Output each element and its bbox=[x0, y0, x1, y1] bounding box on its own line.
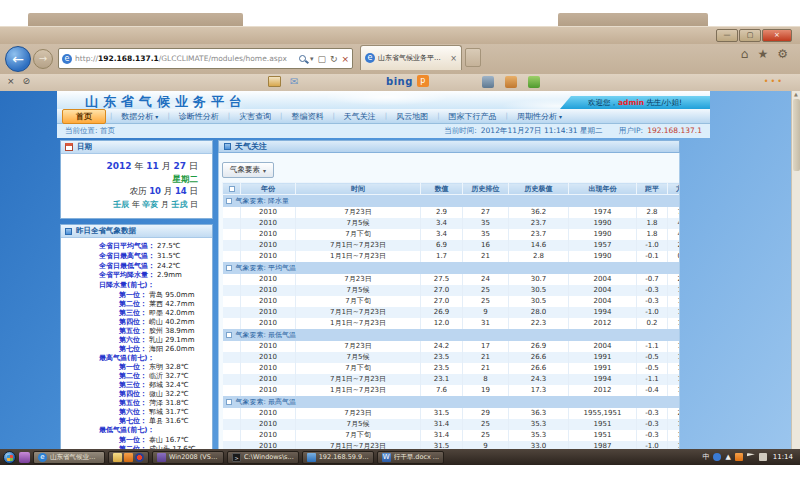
stat-label: 全省日平均气温： bbox=[63, 242, 155, 252]
stat-value: 2.9mm bbox=[157, 271, 182, 281]
nav-item-8[interactable]: 国家下行产品 bbox=[440, 111, 506, 122]
table-group-row: 气象要素: 最高气温 bbox=[223, 396, 681, 408]
antivirus-icon[interactable] bbox=[735, 453, 743, 461]
mail-icon[interactable]: ✉ bbox=[290, 76, 298, 87]
taskbar-window-vs[interactable]: Win2008 (VS2... bbox=[152, 451, 224, 464]
taskbar-window-remote[interactable]: 192.168.59.99... bbox=[302, 451, 374, 464]
table-cell: 7月1日~7月23日 bbox=[296, 240, 421, 251]
tab-close-icon[interactable]: × bbox=[450, 54, 457, 63]
table-cell: 2010 bbox=[241, 240, 296, 251]
more-options-dots-icon[interactable]: ••• bbox=[764, 77, 784, 86]
search-dropdown-icon[interactable]: ▾ bbox=[310, 55, 314, 63]
rank-item: 第三位：郯城 32.4℃ bbox=[119, 381, 210, 390]
nav-item-5[interactable]: 整编资料 bbox=[282, 111, 332, 122]
nav-item-2[interactable]: 数据分析▾ bbox=[112, 111, 167, 122]
stop-icon[interactable]: × bbox=[341, 54, 349, 64]
search-icon[interactable] bbox=[299, 55, 306, 62]
card-addon-icon[interactable] bbox=[268, 76, 281, 87]
nav-item-9[interactable]: 周期性分析▾ bbox=[508, 111, 571, 122]
close-button[interactable]: × bbox=[762, 29, 792, 42]
network-icon[interactable] bbox=[759, 453, 767, 461]
rank-item: 第二位：临沂 32.7℃ bbox=[119, 372, 210, 381]
taskbar-window-group[interactable] bbox=[108, 451, 149, 464]
taskbar-window-word[interactable]: W行干旱.docx ... bbox=[377, 451, 444, 464]
green-addon-icon[interactable] bbox=[528, 76, 540, 88]
blocked-icon[interactable]: ⊘ bbox=[23, 76, 31, 86]
back-button[interactable]: ← bbox=[5, 46, 31, 72]
table-cell: 1957 bbox=[569, 240, 637, 251]
table-cell: 2012 bbox=[569, 318, 637, 329]
table-cell: 3.4 bbox=[421, 229, 463, 240]
camera-addon-icon[interactable] bbox=[482, 76, 494, 88]
network-globe-icon[interactable] bbox=[713, 453, 721, 461]
taskbar-window-ie[interactable]: e山东省气候业务平... bbox=[33, 451, 105, 464]
start-button[interactable] bbox=[3, 451, 16, 464]
element-filter-button[interactable]: 气象要素 ▾ bbox=[222, 162, 274, 178]
nav-item-3[interactable]: 诊断性分析 bbox=[170, 111, 228, 122]
show-hidden-icons[interactable]: ▲ bbox=[725, 453, 730, 461]
sidebar: 日期 2012 年 11 月 27 日 星期二 农历 10 月 14 日 bbox=[60, 140, 213, 464]
nav-item-6[interactable]: 天气关注 bbox=[335, 111, 385, 122]
browser-tab[interactable]: e 山东省气候业务平... × bbox=[360, 45, 462, 70]
new-tab-button[interactable] bbox=[465, 48, 481, 67]
checkbox-icon[interactable] bbox=[229, 186, 235, 192]
table-cell: 1月1日~7月23日 bbox=[296, 385, 421, 396]
bing-logo[interactable]: bing bbox=[386, 76, 413, 87]
browser-command-bar: × ⊘ ✉ bing p ••• bbox=[0, 74, 800, 91]
pinned-app-icon[interactable] bbox=[19, 452, 30, 463]
table-cell: 2010 bbox=[241, 218, 296, 229]
nav-item-4[interactable]: 灾害查询 bbox=[230, 111, 280, 122]
panel-icon bbox=[65, 228, 72, 235]
compatibility-icon[interactable]: ▢ bbox=[317, 54, 326, 64]
favorites-star-icon[interactable]: ★ bbox=[757, 47, 768, 61]
scrollbar-thumb[interactable] bbox=[793, 99, 800, 171]
table-row: 20101月1日~7月23日7.61917.32012-0.41.6 bbox=[223, 385, 681, 396]
home-icon[interactable]: ⌂ bbox=[741, 47, 749, 61]
close-toolbar-icon[interactable]: × bbox=[7, 76, 15, 86]
bing-p-icon[interactable]: p bbox=[417, 75, 429, 87]
ime-indicator[interactable]: 中 bbox=[702, 452, 709, 462]
settings-gear-icon[interactable]: ⚙ bbox=[777, 47, 788, 61]
table-cell: -1.0 bbox=[637, 307, 668, 318]
ip-label: 用户IP: bbox=[619, 126, 643, 135]
table-cell: 1.0 bbox=[668, 307, 681, 318]
webpage: 山东省气候业务平台 欢迎您，admin 先生/小姐! 首页|数据分析▾|诊断性分… bbox=[0, 91, 791, 464]
rank-label: 第四位： bbox=[119, 390, 147, 399]
table-cell: 36.2 bbox=[509, 207, 569, 218]
main-nav: 首页|数据分析▾|诊断性分析|灾害查询|整编资料|天气关注|风云地图|国家下行产… bbox=[57, 109, 710, 124]
nav-item-1[interactable]: 首页 bbox=[62, 109, 106, 124]
media-player-icon[interactable] bbox=[135, 453, 144, 462]
checkbox-icon[interactable] bbox=[226, 198, 232, 204]
forward-button[interactable]: → bbox=[33, 49, 53, 69]
scroll-up-icon[interactable]: ▲ bbox=[794, 91, 798, 97]
table-cell: 1.7 bbox=[421, 251, 463, 262]
table-cell: 1991 bbox=[569, 352, 637, 363]
action-center-flag-icon[interactable] bbox=[747, 453, 755, 461]
checkbox-icon[interactable] bbox=[226, 332, 232, 338]
stat-label: 全省日最低气温： bbox=[63, 262, 155, 272]
rank-value: 乳山 29.1mm bbox=[149, 336, 194, 345]
maximize-button[interactable]: ▢ bbox=[739, 29, 761, 42]
refresh-icon[interactable]: ↻ bbox=[330, 54, 338, 64]
rank-value: 崂山 40.2mm bbox=[149, 318, 194, 327]
checkbox-icon[interactable] bbox=[226, 265, 232, 271]
folder-icon[interactable] bbox=[113, 453, 122, 462]
rank-item: 第三位：即墨 42.0mm bbox=[119, 309, 210, 318]
checkbox-icon[interactable] bbox=[226, 399, 232, 405]
nav-item-7[interactable]: 风云地图 bbox=[387, 111, 437, 122]
taskbar-clock[interactable]: 11:14 bbox=[773, 453, 793, 461]
table-cell: 0.4 bbox=[668, 251, 681, 262]
minimize-button[interactable]: — bbox=[716, 29, 738, 42]
weekday: 星期二 bbox=[67, 173, 198, 185]
person-addon-icon[interactable] bbox=[505, 76, 517, 88]
address-bar[interactable]: e http://192.168.137.1/GLCCLIMATE/module… bbox=[58, 48, 353, 69]
table-cell: 2010 bbox=[241, 374, 296, 385]
app-icon[interactable] bbox=[124, 453, 133, 462]
row-checkbox-cell bbox=[223, 430, 241, 441]
url-text[interactable]: http://192.168.137.1/GLCCLIMATE/modules/… bbox=[75, 54, 296, 63]
taskbar-window-cmd[interactable]: >C:\Windows\s... bbox=[227, 451, 299, 464]
browser-scrollbar[interactable]: ▲ bbox=[791, 91, 800, 464]
stat-label: 全省平均降水量： bbox=[63, 271, 155, 281]
table-cell: 2010 bbox=[241, 207, 296, 218]
table-cell: 30.5 bbox=[509, 285, 569, 296]
